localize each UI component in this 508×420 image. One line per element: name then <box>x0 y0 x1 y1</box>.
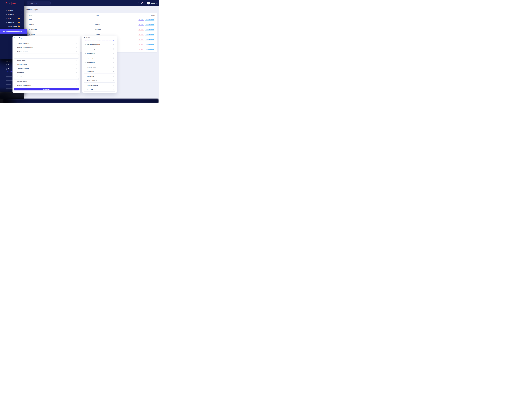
edit-button[interactable]: Edit <box>138 48 144 50</box>
search-input[interactable] <box>30 3 50 4</box>
edit-button[interactable]: Edit <box>138 28 144 30</box>
trash-icon[interactable] <box>76 64 78 65</box>
section-list-item[interactable]: Smart Watch <box>14 71 79 75</box>
gear-icon[interactable] <box>113 71 114 72</box>
available-section-item[interactable]: Smart Watch <box>84 70 115 74</box>
drag-handle-icon[interactable] <box>15 47 16 48</box>
edit-button[interactable]: Edit <box>138 23 144 25</box>
trash-icon[interactable] <box>76 43 78 44</box>
seo-setting-button[interactable]: SEO Setting <box>145 43 155 45</box>
update-now-button[interactable]: Update Now <box>14 88 79 90</box>
sidebar-item-icon <box>6 10 7 11</box>
available-section-item[interactable]: Service Section <box>84 52 115 55</box>
sidebar-item[interactable]: Product <box>0 9 24 13</box>
section-list-item[interactable]: Featured Brands Section <box>14 83 79 87</box>
gear-icon[interactable] <box>113 80 114 81</box>
trash-icon[interactable] <box>76 47 78 48</box>
gear-icon[interactable] <box>113 44 114 45</box>
section-list-item[interactable]: Books & Stationary <box>14 79 79 83</box>
drag-handle-icon[interactable] <box>15 72 16 73</box>
seo-button-label: SEO Setting <box>147 19 154 20</box>
gear-icon[interactable] <box>113 48 114 50</box>
trash-icon[interactable] <box>76 85 78 86</box>
section-list-item[interactable]: Men's Fashion <box>14 59 79 62</box>
trash-icon[interactable] <box>76 55 78 57</box>
seo-setting-button[interactable]: SEO Setting <box>145 38 155 40</box>
others-section-header: OTHERS <box>6 61 10 62</box>
skeleton-bar <box>6 76 12 77</box>
available-section-item[interactable]: Jewelry & Ornaments <box>84 83 115 87</box>
seo-setting-button[interactable]: SEO Setting <box>145 48 155 50</box>
trash-icon[interactable] <box>76 76 78 78</box>
trash-icon[interactable] <box>76 51 78 52</box>
notifications-button[interactable]: 6+ <box>141 2 142 4</box>
table-row: All Categories categories Edit SEO Setti… <box>26 27 157 32</box>
trash-icon[interactable] <box>76 72 78 73</box>
drag-handle-icon[interactable] <box>15 64 16 65</box>
edit-button[interactable]: Edit <box>138 43 144 45</box>
search-icon <box>28 3 29 4</box>
edit-button[interactable]: Edit <box>138 18 144 21</box>
arrow-left-icon <box>85 85 86 86</box>
available-section-item[interactable]: Featured Categories Section <box>84 47 115 51</box>
count-badge: 1 <box>18 22 20 23</box>
drag-handle-icon[interactable] <box>15 81 16 82</box>
chevron-down-icon <box>21 10 22 11</box>
section-list-item[interactable]: Featured Products <box>14 50 79 53</box>
edit-button[interactable]: Edit <box>138 33 144 36</box>
gear-icon[interactable] <box>113 67 114 68</box>
gear-icon[interactable] <box>113 53 114 54</box>
key-icon[interactable] <box>144 2 146 4</box>
seo-setting-button[interactable]: SEO Setting <box>145 33 155 36</box>
search-box[interactable] <box>27 1 51 5</box>
available-section-item[interactable]: Men's Fashion <box>84 61 115 64</box>
drag-handle-icon[interactable] <box>15 51 16 52</box>
drag-handle-icon[interactable] <box>15 68 16 69</box>
available-section-item[interactable]: Featured Brands Section <box>84 43 115 46</box>
trash-icon[interactable] <box>76 68 78 69</box>
avatar[interactable] <box>147 2 150 4</box>
available-section-item[interactable]: Smart Phones <box>84 74 115 78</box>
drag-handle-icon[interactable] <box>15 55 16 57</box>
sidebar-item[interactable]: Orders 1 <box>0 16 24 21</box>
logo-bar <box>8 2 8 5</box>
seo-setting-button[interactable]: SEO Setting <box>145 28 155 30</box>
section-list-item[interactable]: Smart Phones <box>14 75 79 79</box>
gear-icon[interactable] <box>113 89 114 90</box>
trash-icon[interactable] <box>76 60 78 61</box>
logo[interactable]: B SHOP <box>5 1 16 5</box>
section-list-item[interactable]: Featured Categories Section <box>14 46 79 49</box>
drag-handle-icon[interactable] <box>15 43 16 44</box>
section-list-item[interactable]: Jewelry & Ornaments <box>14 67 79 70</box>
gear-icon[interactable] <box>113 62 114 63</box>
section-list-item[interactable]: Three Promo Banner <box>14 42 79 45</box>
available-section-item[interactable]: Featured Products <box>84 88 115 92</box>
available-section-item[interactable]: Top Selling Products Section <box>84 56 115 60</box>
trash-icon[interactable] <box>76 80 78 82</box>
sidebar-item[interactable]: Payments 1 <box>0 21 24 24</box>
available-section-label: Featured Brands Section <box>87 44 112 45</box>
edit-button[interactable]: Edit <box>138 38 144 40</box>
drag-handle-icon[interactable] <box>15 85 16 86</box>
drag-handle-icon[interactable] <box>15 60 16 61</box>
section-list-item[interactable]: Winter Sale <box>14 54 79 58</box>
settings-menu-item[interactable]: Shipping Methods <box>0 29 27 34</box>
ban-icon <box>139 34 140 35</box>
sections-title: Sections <box>84 37 90 39</box>
gear-icon[interactable] <box>113 75 114 77</box>
page-name: Home <box>26 19 69 20</box>
sidebar-item[interactable]: Promotion <box>0 13 24 17</box>
available-section-item[interactable]: Books & Stationary <box>84 79 115 82</box>
seo-setting-button[interactable]: SEO Setting <box>145 23 155 25</box>
section-list-item[interactable]: Women's Fashion <box>14 63 79 66</box>
globe-icon[interactable] <box>138 2 139 4</box>
available-section-item[interactable]: Women's Fashion <box>84 65 115 69</box>
drag-handle-icon[interactable] <box>15 76 16 78</box>
gear-icon[interactable] <box>113 57 114 59</box>
logo-word: SHOP <box>12 3 16 4</box>
sidebar-item[interactable]: Support Ticket 1 <box>0 24 24 28</box>
gear-icon[interactable] <box>113 85 114 86</box>
username-label[interactable]: admin <box>151 3 155 4</box>
gear-icon[interactable] <box>156 2 158 4</box>
seo-setting-button[interactable]: SEO Setting <box>145 18 155 21</box>
